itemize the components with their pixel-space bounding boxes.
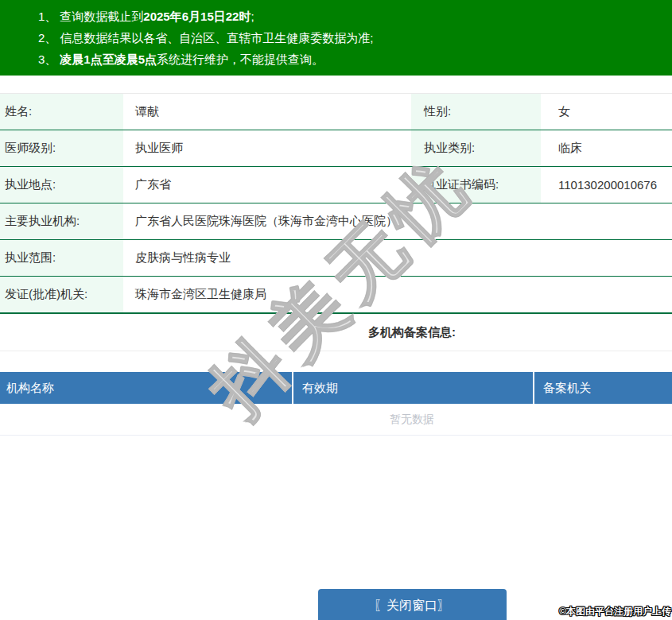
notice-line-1: 1、查询数据截止到2025年6月15日22时; [38,6,672,27]
table-row: 姓名: 谭献 性别: 女 [0,94,672,130]
notice-line-2-text: 信息数据结果以各省、自治区、直辖市卫生健康委数据为准; [60,31,373,45]
notice-banner: 1、查询数据截止到2025年6月15日22时; 2、信息数据结果以各省、自治区、… [0,0,672,76]
practice-scope-value: 皮肤病与性病专业 [123,240,672,276]
certificate-number-label: 执业证书编码: [411,167,541,203]
notice-line-2: 2、信息数据结果以各省、自治区、直辖市卫生健康委数据为准; [38,27,672,48]
gender-value: 女 [541,94,672,130]
table-row: 执业范围: 皮肤病与性病专业 [0,240,672,277]
issuing-authority-value: 珠海市金湾区卫生健康局 [123,277,672,312]
table-row: 执业地点: 广东省 执业证书编码: 110130200010676 [0,167,672,203]
issuing-authority-label: 发证(批准)机关: [0,277,123,312]
main-organization-label: 主要执业机构: [0,203,123,239]
doctor-level-value: 执业医师 [123,130,411,166]
records-header-validity: 有效期 [292,372,533,404]
table-row: 医师级别: 执业医师 执业类别: 临床 [0,130,672,167]
table-row: 主要执业机构: 广东省人民医院珠海医院（珠海市金湾中心医院） [0,203,672,240]
records-header-row: 机构名称 有效期 备案机关 [0,372,672,404]
notice-line-1-text: 查询数据截止到 [60,10,143,23]
multi-org-records-table: 机构名称 有效期 备案机关 暂无数据 [0,372,672,436]
practice-category-value: 临床 [541,130,672,166]
page: 1、查询数据截止到2025年6月15日22时; 2、信息数据结果以各省、自治区、… [0,0,672,620]
doctor-info-table: 姓名: 谭献 性别: 女 医师级别: 执业医师 执业类别: 临床 执业地点: 广… [0,93,672,314]
notice-line-3: 3、凌晨1点至凌晨5点系统进行维护，不能提供查询。 [38,48,672,70]
records-header-organization: 机构名称 [0,372,292,404]
name-label: 姓名: [0,94,123,130]
gender-label: 性别: [411,94,541,130]
notice-line-3-bold: 凌晨1点至凌晨5点 [60,52,157,66]
doctor-level-label: 医师级别: [0,130,123,166]
practice-location-label: 执业地点: [0,167,123,203]
main-organization-value: 广东省人民医院珠海医院（珠海市金湾中心医院） [123,203,672,239]
multi-org-section-title: 多机构备案信息: [0,314,672,351]
empty-data-text: 暂无数据 [0,404,672,436]
notice-line-3-number: 3、 [38,52,60,66]
notice-line-1-suffix: ; [251,10,254,23]
practice-category-label: 执业类别: [411,130,541,166]
records-header-authority: 备案机关 [533,372,672,404]
notice-line-1-bold: 2025年6月15日22时 [143,10,251,23]
practice-scope-label: 执业范围: [0,240,123,276]
certificate-number-value: 110130200010676 [541,167,672,203]
notice-line-1-number: 1、 [38,10,60,23]
notice-line-3-suffix: 系统进行维护，不能提供查询。 [157,52,324,66]
name-value: 谭献 [123,94,411,130]
notice-line-2-number: 2、 [38,31,60,45]
close-window-button[interactable]: 〖关闭窗口〗 [318,589,507,620]
table-row: 发证(批准)机关: 珠海市金湾区卫生健康局 [0,277,672,314]
practice-location-value: 广东省 [123,167,411,203]
